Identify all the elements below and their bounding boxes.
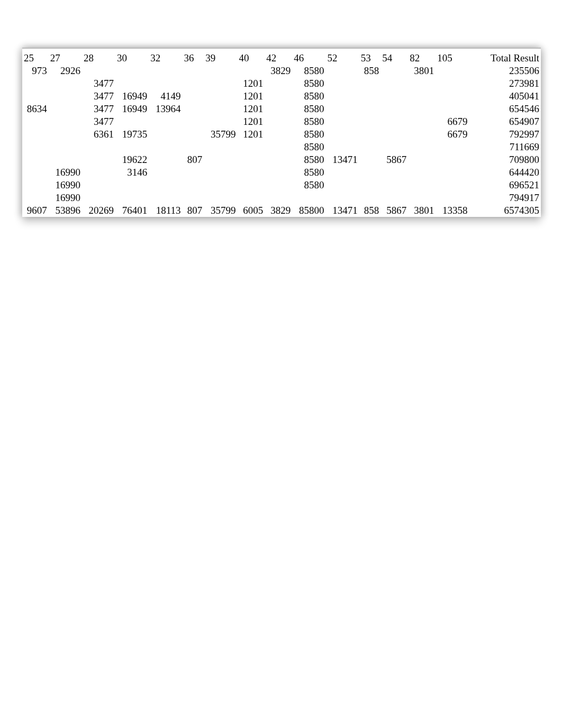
data-cell: 2926 <box>49 65 82 77</box>
data-cell <box>325 65 359 77</box>
data-cell <box>359 128 381 141</box>
grand-total: 6574305 <box>469 204 541 217</box>
data-cell <box>204 115 237 128</box>
data-cell <box>183 128 204 141</box>
data-cell: 1201 <box>237 90 265 103</box>
data-cell <box>22 90 49 103</box>
data-cell: 807 <box>183 153 204 166</box>
data-cell <box>408 103 436 115</box>
data-cell: 8580 <box>292 179 325 192</box>
data-cell <box>82 192 115 204</box>
table-row: 8580711669 <box>22 141 541 153</box>
data-cell: 16949 <box>115 90 149 103</box>
row-total-cell: 654907 <box>469 115 541 128</box>
data-cell <box>380 103 408 115</box>
data-cell <box>408 77 436 90</box>
data-cell: 3477 <box>82 77 115 90</box>
data-cell <box>204 153 237 166</box>
total-30: 76401 <box>115 204 149 217</box>
row-total-cell: 644420 <box>469 166 541 179</box>
table-row: 1699031468580644420 <box>22 166 541 179</box>
data-cell: 19622 <box>115 153 149 166</box>
data-cell <box>22 179 49 192</box>
data-cell <box>436 65 469 77</box>
data-cell <box>22 77 49 90</box>
col-header-53: 53 <box>359 49 381 65</box>
data-cell <box>204 179 237 192</box>
data-cell <box>380 141 408 153</box>
data-cell: 6679 <box>436 128 469 141</box>
data-cell: 8634 <box>22 103 49 115</box>
data-cell <box>204 65 237 77</box>
data-cell <box>408 166 436 179</box>
header-row: 25 27 28 30 32 36 39 40 42 46 52 53 54 8… <box>22 49 541 65</box>
row-total-cell: 792997 <box>469 128 541 141</box>
total-39: 35799 <box>204 204 237 217</box>
data-cell <box>149 77 182 90</box>
data-cell: 16990 <box>49 192 82 204</box>
col-header-46: 46 <box>292 49 325 65</box>
data-cell <box>204 192 237 204</box>
data-cell: 19735 <box>115 128 149 141</box>
col-header-42: 42 <box>265 49 292 65</box>
data-cell: 1201 <box>237 115 265 128</box>
data-cell <box>115 77 149 90</box>
data-cell <box>408 192 436 204</box>
data-cell: 3829 <box>265 65 292 77</box>
total-32: 18113 <box>149 204 182 217</box>
data-cell <box>436 90 469 103</box>
data-cell: 1201 <box>237 77 265 90</box>
data-cell <box>359 153 381 166</box>
data-cell <box>359 77 381 90</box>
data-cell <box>436 166 469 179</box>
data-cell <box>237 65 265 77</box>
total-27: 53896 <box>49 204 82 217</box>
data-cell <box>22 128 49 141</box>
data-cell: 1201 <box>237 128 265 141</box>
table-row: 347712018580273981 <box>22 77 541 90</box>
pivot-table: 25 27 28 30 32 36 39 40 42 46 52 53 54 8… <box>22 48 541 217</box>
col-header-30: 30 <box>115 49 149 65</box>
data-cell <box>115 179 149 192</box>
total-25: 9607 <box>22 204 49 217</box>
table-row: 86343477169491396412018580654546 <box>22 103 541 115</box>
data-cell <box>82 179 115 192</box>
total-52: 13471 <box>325 204 359 217</box>
data-cell <box>115 192 149 204</box>
data-cell <box>22 141 49 153</box>
data-cell <box>380 179 408 192</box>
data-cell <box>380 90 408 103</box>
col-header-27: 27 <box>49 49 82 65</box>
data-cell: 35799 <box>204 128 237 141</box>
data-cell: 973 <box>22 65 49 77</box>
col-header-40: 40 <box>237 49 265 65</box>
data-cell: 8580 <box>292 166 325 179</box>
data-cell <box>380 128 408 141</box>
row-total-cell: 235506 <box>469 65 541 77</box>
data-cell <box>265 103 292 115</box>
table-row: 9732926382985808583801235506 <box>22 65 541 77</box>
total-36: 807 <box>183 204 204 217</box>
data-cell <box>82 65 115 77</box>
data-cell <box>22 166 49 179</box>
data-cell <box>237 179 265 192</box>
data-cell <box>82 141 115 153</box>
table-row: 196228078580134715867709800 <box>22 153 541 166</box>
data-cell <box>380 115 408 128</box>
data-cell <box>183 90 204 103</box>
data-cell <box>359 166 381 179</box>
data-cell <box>149 179 182 192</box>
data-cell <box>325 128 359 141</box>
data-cell <box>237 153 265 166</box>
data-cell <box>380 65 408 77</box>
data-cell: 16990 <box>49 179 82 192</box>
data-cell: 8580 <box>292 153 325 166</box>
data-cell: 3477 <box>82 90 115 103</box>
col-header-36: 36 <box>183 49 204 65</box>
data-cell <box>292 192 325 204</box>
data-cell <box>380 166 408 179</box>
data-cell <box>380 77 408 90</box>
total-46: 85800 <box>292 204 325 217</box>
data-cell <box>204 77 237 90</box>
col-header-82: 82 <box>408 49 436 65</box>
